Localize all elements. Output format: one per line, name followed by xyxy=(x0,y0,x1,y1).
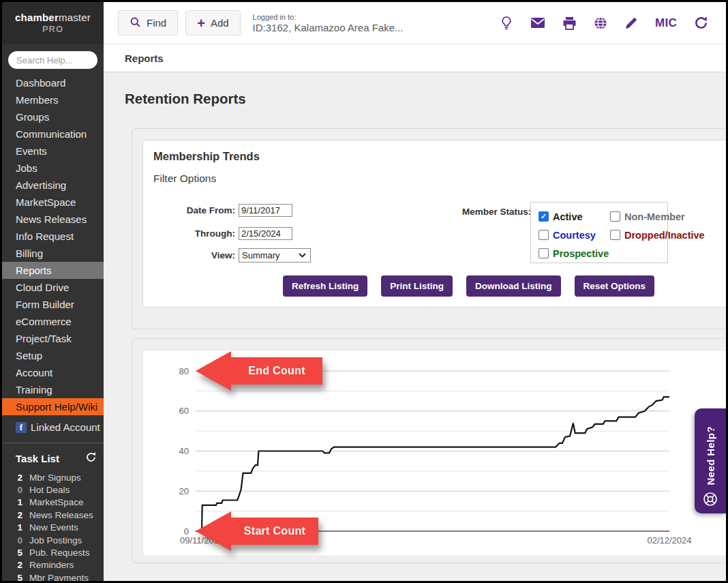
sidebar-item-billing[interactable]: Billing xyxy=(2,245,104,262)
sidebar-item-label: Members xyxy=(16,94,59,106)
status-label: Courtesy xyxy=(553,230,596,241)
filter-options-heading: Filter Options xyxy=(153,173,216,185)
sidebar-item-events[interactable]: Events xyxy=(2,143,104,160)
sidebar-item-advertising[interactable]: Advertising xyxy=(2,177,104,194)
add-label: Add xyxy=(211,17,229,29)
task-item-job-postings[interactable]: 0Job Postings xyxy=(16,534,97,546)
status-checkbox-active[interactable]: ✓Active xyxy=(539,207,610,226)
end-count-label: End Count xyxy=(231,357,322,385)
logged-in-info: Logged in to: ID:3162, Kalamazoo Area Fa… xyxy=(253,13,404,33)
date-from-input[interactable] xyxy=(239,204,292,217)
task-item-news-releases[interactable]: 2News Releases xyxy=(16,509,97,521)
svg-text:02/12/2024: 02/12/2024 xyxy=(647,535,691,545)
checkbox-icon[interactable] xyxy=(539,230,549,240)
search-help-input[interactable] xyxy=(8,51,97,69)
status-checkbox-dropped-inactive[interactable]: Dropped/Inactive xyxy=(610,226,705,244)
download-listing-button[interactable]: Download Listing xyxy=(466,275,561,297)
checkbox-checked-icon[interactable]: ✓ xyxy=(539,211,549,222)
task-item-hot-deals[interactable]: 0Hot Deals xyxy=(16,483,97,496)
sidebar-item-label: Setup xyxy=(16,350,42,361)
arrow-left-icon xyxy=(196,351,231,391)
sidebar-item-label: Advertising xyxy=(16,179,66,191)
sidebar-item-label: Billing xyxy=(16,248,43,259)
sidebar-item-label: Project/Task xyxy=(16,333,72,344)
sidebar-item-label: Form Builder xyxy=(16,299,74,310)
sidebar-item-communication[interactable]: Communication xyxy=(2,125,104,143)
task-count: 2 xyxy=(7,560,22,570)
membership-trends-chart: 02040608009/11/201702/12/2024 End Count … xyxy=(142,350,728,556)
sidebar-item-dashboard[interactable]: Dashboard xyxy=(2,74,104,91)
print-listing-button[interactable]: Print Listing xyxy=(381,275,453,297)
task-item-reminders[interactable]: 2Reminders xyxy=(16,559,97,571)
top-toolbar: Find + Add Logged in to: ID:3162, Kalama… xyxy=(104,2,726,44)
sidebar-item-info-request[interactable]: Info Request xyxy=(2,228,104,245)
refresh-listing-button[interactable]: Refresh Listing xyxy=(283,275,367,297)
task-item-pub-requests[interactable]: 5Pub. Requests xyxy=(16,546,97,558)
through-input[interactable] xyxy=(239,227,292,240)
sidebar-item-label: Dashboard xyxy=(16,77,65,89)
page-title: Retention Reports xyxy=(125,91,726,107)
membership-trends-card: Membership Trends Filter Options Date Fr… xyxy=(142,140,728,308)
sidebar-item-ecommerce[interactable]: eCommerce xyxy=(2,313,104,330)
sidebar-nav: DashboardMembersGroupsCommunicationEvent… xyxy=(2,74,104,436)
globe-icon[interactable] xyxy=(594,16,607,30)
add-button[interactable]: + Add xyxy=(185,10,240,35)
task-count: 2 xyxy=(7,473,22,483)
view-select[interactable]: Summary xyxy=(239,248,311,263)
pencil-icon[interactable] xyxy=(624,16,638,30)
sidebar-item-jobs[interactable]: Jobs xyxy=(2,160,104,177)
mic-button[interactable]: MIC xyxy=(655,16,677,30)
checkbox-icon[interactable] xyxy=(539,248,549,258)
sidebar-item-members[interactable]: Members xyxy=(2,91,104,108)
sidebar-item-marketspace[interactable]: MarketSpace xyxy=(2,194,104,211)
task-item-mbr-signups[interactable]: 2Mbr Signups xyxy=(16,471,97,483)
status-checkbox-courtesy[interactable]: Courtesy xyxy=(539,226,610,244)
refresh-icon[interactable] xyxy=(694,16,708,30)
reset-options-button[interactable]: Reset Options xyxy=(575,275,655,297)
logged-in-label: Logged in to: xyxy=(253,13,404,21)
task-count: 0 xyxy=(7,485,22,495)
need-help-tab[interactable]: Need Help? xyxy=(695,408,726,513)
sidebar-item-linked-account[interactable]: fLinked Account xyxy=(2,419,104,436)
app-window: chambermaster PRO DashboardMembersGroups… xyxy=(0,0,728,583)
sidebar-item-news-releases[interactable]: News Releases xyxy=(2,211,104,228)
task-item-marketspace[interactable]: 1MarketSpace xyxy=(16,496,97,509)
end-count-annotation: End Count xyxy=(196,351,322,391)
member-status-label: Member Status: xyxy=(462,207,531,217)
sidebar-item-account[interactable]: Account xyxy=(2,364,104,381)
arrow-left-icon xyxy=(196,511,231,551)
card-title: Membership Trends xyxy=(153,150,260,163)
breadcrumb-bar: Reports xyxy=(104,44,726,72)
status-label: Prospective xyxy=(553,248,609,259)
sidebar-item-label: Info Request xyxy=(16,230,74,242)
task-item-mbr-payments[interactable]: 5Mbr Payments xyxy=(16,571,97,581)
plus-icon: + xyxy=(197,16,205,30)
status-checkbox-non-member[interactable]: Non-Member xyxy=(610,207,705,226)
checkbox-icon[interactable] xyxy=(610,211,620,222)
sidebar-item-cloud-drive[interactable]: Cloud Drive xyxy=(2,279,104,296)
sidebar-item-label: Training xyxy=(16,384,52,395)
mail-icon[interactable] xyxy=(530,17,545,29)
status-checkbox-prospective[interactable]: Prospective xyxy=(539,244,610,263)
sidebar-item-label: Account xyxy=(16,367,52,378)
sidebar-item-groups[interactable]: Groups xyxy=(2,108,104,125)
sidebar-item-training[interactable]: Training xyxy=(2,381,104,398)
facebook-icon: f xyxy=(16,422,27,433)
task-count: 1 xyxy=(7,522,22,533)
printer-icon[interactable] xyxy=(562,16,577,30)
task-refresh-icon[interactable] xyxy=(85,451,97,465)
lightbulb-icon[interactable] xyxy=(500,16,513,31)
find-button[interactable]: Find xyxy=(118,10,178,35)
sidebar-item-label: Groups xyxy=(16,111,49,123)
sidebar-item-reports[interactable]: Reports xyxy=(2,262,104,279)
chart-outer-panel: 02040608009/11/201702/12/2024 End Count … xyxy=(132,338,728,563)
breadcrumb: Reports xyxy=(125,53,164,64)
sidebar-item-form-builder[interactable]: Form Builder xyxy=(2,296,104,313)
task-item-new-events[interactable]: 1New Events xyxy=(16,522,97,534)
through-label: Through: xyxy=(143,228,235,239)
sidebar-item-support-help-wiki[interactable]: Support Help/Wiki xyxy=(2,398,104,415)
sidebar-item-setup[interactable]: Setup xyxy=(2,347,104,364)
task-count: 2 xyxy=(7,510,22,520)
sidebar-item-project-task[interactable]: Project/Task xyxy=(2,330,104,347)
checkbox-icon[interactable] xyxy=(610,230,620,240)
